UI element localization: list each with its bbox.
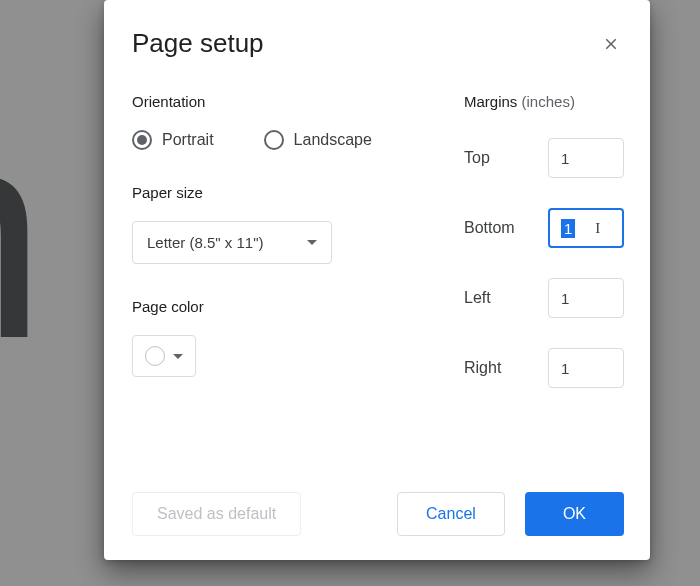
page-setup-dialog: Page setup Orientation Portrait Landscap… xyxy=(104,0,650,560)
save-as-default-button[interactable]: Saved as default xyxy=(132,492,301,536)
margin-left-label: Left xyxy=(464,289,491,307)
close-button[interactable] xyxy=(598,31,624,57)
orientation-landscape-radio[interactable]: Landscape xyxy=(264,130,372,150)
margin-top-label: Top xyxy=(464,149,490,167)
page-color-title: Page color xyxy=(132,298,424,315)
text-cursor-icon: I xyxy=(595,220,600,237)
margin-top-input[interactable] xyxy=(548,138,624,178)
margin-left-input[interactable] xyxy=(548,278,624,318)
paper-size-value: Letter (8.5" x 11") xyxy=(147,234,264,251)
radio-selected-icon xyxy=(132,130,152,150)
margin-right-input[interactable] xyxy=(548,348,624,388)
color-swatch-icon xyxy=(145,346,165,366)
cancel-button[interactable]: Cancel xyxy=(397,492,505,536)
radio-label: Portrait xyxy=(162,131,214,149)
ok-button[interactable]: OK xyxy=(525,492,624,536)
page-color-picker[interactable] xyxy=(132,335,196,377)
orientation-title: Orientation xyxy=(132,93,424,110)
close-icon xyxy=(602,35,620,53)
margins-title: Margins (inches) xyxy=(464,93,624,110)
margin-right-label: Right xyxy=(464,359,501,377)
paper-size-select[interactable]: Letter (8.5" x 11") xyxy=(132,221,332,264)
orientation-portrait-radio[interactable]: Portrait xyxy=(132,130,214,150)
chevron-down-icon xyxy=(307,240,317,245)
selected-text: 1 xyxy=(561,219,575,238)
margin-bottom-label: Bottom xyxy=(464,219,515,237)
margin-bottom-input[interactable]: 1 I xyxy=(548,208,624,248)
radio-unselected-icon xyxy=(264,130,284,150)
radio-label: Landscape xyxy=(294,131,372,149)
margins-unit: (inches) xyxy=(522,93,575,110)
dialog-title: Page setup xyxy=(132,28,264,59)
paper-size-title: Paper size xyxy=(132,184,424,201)
chevron-down-icon xyxy=(173,354,183,359)
